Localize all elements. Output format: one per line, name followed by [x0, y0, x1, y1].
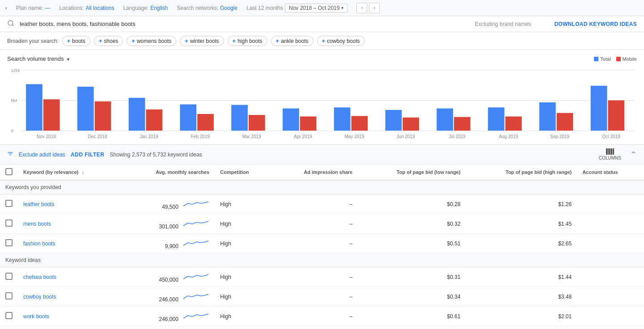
chart-title[interactable]: Search volume trends ▾ [7, 55, 69, 62]
locations-value[interactable]: All locations [85, 5, 114, 11]
bid-low-cell: $0.51 [358, 234, 466, 253]
avg-monthly-cell: 49,500 [122, 194, 215, 214]
locations-label: Locations: [59, 5, 84, 11]
language-value[interactable]: English [150, 5, 168, 11]
table-row: fashion boots 9,900 High – $0.51 $2.65 [0, 234, 644, 253]
total-legend-dot [594, 57, 598, 61]
row-checkbox[interactable] [0, 234, 18, 253]
keyword-cell[interactable]: leather boots [18, 194, 122, 214]
ad-impression-cell: – [272, 307, 358, 326]
keyword-cell[interactable]: steel toe boots [18, 326, 122, 329]
svg-rect-31 [608, 100, 624, 131]
exclude-adult-ideas-link[interactable]: Exclude adult ideas [19, 152, 65, 158]
keyword-cell[interactable]: cowboy boots [18, 287, 122, 307]
top-navigation: ‹ Plan name: — Locations: All locations … [0, 0, 644, 16]
row-checkbox[interactable] [0, 267, 18, 287]
row-checkbox[interactable] [0, 287, 18, 307]
columns-label: COLUMNS [599, 156, 621, 160]
trend-sparkline [182, 198, 209, 209]
bid-high-cell: $1.44 [466, 267, 577, 287]
account-status-cell [577, 194, 644, 214]
bid-low-header[interactable]: Top of page bid (low range) [358, 164, 466, 180]
table-row: steel toe boots 135,000 High – $0.60 $2.… [0, 326, 644, 329]
keyword-header[interactable]: Keyword (by relevance) ↓ [18, 164, 122, 180]
table-header-row: Keyword (by relevance) ↓ Avg. monthly se… [0, 164, 644, 180]
keyword-cell[interactable]: fashion boots [18, 234, 122, 253]
keyword-search-input[interactable]: leather boots, mens boots, fashionable b… [20, 21, 470, 27]
trend-sparkline [182, 310, 209, 321]
search-networks-value[interactable]: Google [220, 5, 237, 11]
broaden-search-bar: Broaden your search: + boots + shoes + w… [0, 32, 644, 50]
keyword-cell[interactable]: chelsea boots [18, 267, 122, 287]
account-status-cell [577, 326, 644, 329]
svg-rect-15 [197, 114, 214, 131]
filter-funnel-icon [7, 151, 13, 158]
svg-rect-19 [300, 117, 317, 131]
date-range-selector[interactable]: Nov 2018 – Oct 2019 ▾ [285, 4, 347, 13]
broaden-chip-ankle-boots[interactable]: + ankle boots [271, 36, 314, 46]
row-checkbox[interactable] [0, 214, 18, 234]
bid-low-cell: $0.32 [358, 214, 466, 234]
search-networks-label: Search networks: [177, 5, 219, 11]
prev-period-button[interactable]: ‹ [356, 3, 367, 13]
competition-header[interactable]: Competition [215, 164, 272, 180]
table-row: mens boots 301,000 High – $0.32 $1.45 [0, 214, 644, 234]
account-status-cell [577, 267, 644, 287]
competition-cell: High [215, 307, 272, 326]
next-period-button[interactable]: › [369, 3, 380, 13]
chart-month-label: Jun 2019 [380, 134, 432, 139]
svg-text:0: 0 [11, 128, 13, 133]
dropdown-arrow-icon: ▾ [341, 5, 343, 10]
date-range-value: Nov 2018 – Oct 2019 [289, 5, 339, 11]
svg-rect-35 [613, 148, 614, 155]
broaden-chip-womens-boots[interactable]: + womens boots [127, 36, 176, 46]
svg-rect-24 [436, 109, 453, 131]
avg-monthly-header[interactable]: Avg. monthly searches [122, 164, 215, 180]
row-checkbox[interactable] [0, 194, 18, 214]
svg-rect-18 [283, 109, 299, 131]
ad-impression-cell: – [272, 287, 358, 307]
chart-month-label: Nov 2018 [21, 134, 72, 139]
row-checkbox[interactable] [0, 326, 18, 329]
table-row: chelsea boots 450,000 High – $0.31 $1.44 [0, 267, 644, 287]
row-checkbox[interactable] [0, 307, 18, 326]
competition-cell: High [215, 214, 272, 234]
svg-rect-32 [606, 148, 608, 155]
avg-monthly-cell: 246,000 [122, 307, 215, 326]
ad-impression-header[interactable]: Ad impression share [272, 164, 358, 180]
bid-high-header[interactable]: Top of page bid (high range) [466, 164, 577, 180]
svg-rect-16 [231, 105, 248, 131]
broaden-chip-cowboy-boots[interactable]: + cowboy boots [317, 36, 365, 46]
account-status-cell [577, 287, 644, 307]
broaden-chip-shoes[interactable]: + shoes [94, 36, 123, 46]
download-keyword-ideas-button[interactable]: DOWNLOAD KEYWORD IDEAS [554, 21, 637, 27]
mobile-legend-label: Mobile [623, 56, 637, 62]
broaden-chip-high-boots[interactable]: + high boots [228, 36, 267, 46]
svg-rect-14 [180, 105, 196, 131]
chart-month-label: Oct 2019 [585, 134, 637, 139]
chart-legend: Total Mobile [594, 56, 637, 62]
avg-monthly-cell: 246,000 [122, 287, 215, 307]
svg-rect-27 [505, 117, 522, 131]
bid-high-cell: $1.26 [466, 194, 577, 214]
section-header-ideas: Keyword ideas [0, 253, 644, 267]
columns-button[interactable]: COLUMNS [599, 148, 621, 160]
collapse-chart-button[interactable]: ⌃ [630, 150, 637, 160]
svg-rect-12 [129, 98, 145, 131]
account-status-header[interactable]: Account status [577, 164, 644, 180]
chart-month-label: Apr 2019 [277, 134, 329, 139]
svg-rect-17 [249, 115, 265, 131]
keyword-cell[interactable]: work boots [18, 307, 122, 326]
chart-month-label: Aug 2019 [483, 134, 534, 139]
broaden-chip-boots[interactable]: + boots [62, 36, 90, 46]
chart-month-label: Feb 2019 [174, 134, 226, 139]
back-arrow-icon[interactable]: ‹ [5, 5, 7, 11]
keyword-cell[interactable]: mens boots [18, 214, 122, 234]
add-filter-button[interactable]: ADD FILTER [71, 152, 104, 158]
svg-rect-29 [557, 113, 573, 131]
bid-high-cell: $2.29 [466, 326, 577, 329]
broaden-chip-winter-boots[interactable]: + winter boots [180, 36, 224, 46]
select-all-checkbox-header[interactable] [0, 164, 18, 180]
chart-month-label: Mar 2019 [226, 134, 277, 139]
competition-cell: High [215, 287, 272, 307]
